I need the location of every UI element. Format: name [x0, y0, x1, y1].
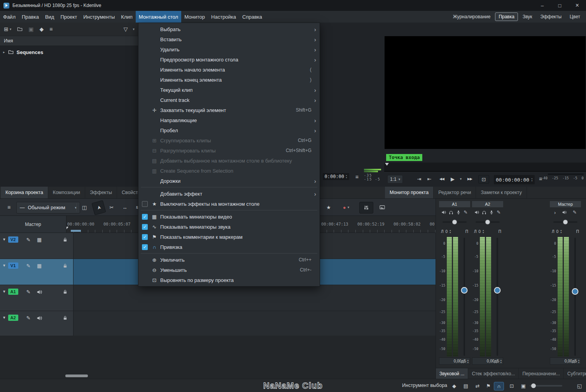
spinner-icon[interactable]	[578, 359, 579, 364]
tab[interactable]: Субтитры	[564, 368, 586, 379]
tab[interactable]: Редактор речи	[434, 187, 476, 198]
snap-icon[interactable]	[494, 382, 504, 390]
play-icon[interactable]	[449, 175, 457, 183]
collapse-mixer-icon[interactable]	[554, 210, 556, 215]
pan-knob[interactable]	[452, 220, 457, 225]
volume-fader[interactable]	[459, 237, 469, 357]
menu-item[interactable]: Направляющие	[138, 115, 320, 125]
volume-fader[interactable]	[492, 237, 502, 357]
monitor-seek-ruler[interactable]	[384, 163, 586, 172]
goto-in-point-icon[interactable]	[415, 175, 423, 183]
layout-button[interactable]: Цвет	[566, 12, 584, 21]
menu-item[interactable]: Добавить выбранное на монтажном столе в …	[138, 156, 320, 166]
spinner-icon[interactable]	[531, 177, 533, 182]
menu-item[interactable]: Изменить конец элемента )	[138, 75, 320, 85]
menu-item[interactable]: Изменить начало элемента (	[138, 65, 320, 75]
timeline-zone-bar[interactable]	[71, 230, 81, 232]
pan-slider[interactable]	[472, 217, 503, 227]
close-button[interactable]	[569, 0, 586, 11]
menubar-item[interactable]: Монтажный стол	[136, 11, 181, 23]
menubar-item[interactable]: Проект	[57, 11, 80, 23]
zoom-slider[interactable]	[530, 385, 562, 387]
pencil-icon[interactable]	[573, 210, 577, 215]
spinner-icon[interactable]	[450, 229, 451, 234]
mute-speaker-icon[interactable]	[562, 210, 567, 215]
pan-knob[interactable]	[485, 220, 490, 225]
edit-mode-select[interactable]: Обычный режим	[16, 202, 80, 214]
volume-value[interactable]: 0,00дБ	[454, 359, 466, 363]
lock-icon[interactable]	[62, 315, 68, 321]
menu-item[interactable]: Текущий клип	[138, 85, 320, 95]
pencil-icon[interactable]	[25, 262, 32, 269]
record-button[interactable]	[338, 202, 355, 213]
chevron-down-icon[interactable]	[458, 175, 464, 183]
spacer-tool-icon[interactable]	[119, 202, 131, 213]
menubar-item[interactable]: Справка	[239, 11, 265, 23]
menu-item[interactable]: Показать комментарии к маркерам	[138, 232, 320, 242]
create-folder-icon[interactable]	[17, 26, 23, 32]
track-label[interactable]: V2	[8, 236, 18, 243]
bin-item-sequences[interactable]: Sequences	[0, 47, 138, 57]
tab[interactable]: Заметки к проекту	[476, 187, 527, 198]
spinner-icon[interactable]	[483, 229, 484, 234]
mix-clips-icon[interactable]	[79, 202, 90, 213]
track-header[interactable]: V2	[0, 233, 73, 259]
favorite-effects-icon[interactable]	[323, 202, 334, 213]
video-thumbnails-icon[interactable]	[36, 236, 43, 243]
pencil-icon[interactable]	[25, 236, 32, 243]
menubar-item[interactable]: Файл	[0, 11, 19, 23]
master-effects-button[interactable]: Мастер	[0, 216, 66, 233]
track-area[interactable]	[73, 311, 436, 337]
zoom-slider-knob[interactable]	[531, 383, 536, 388]
menu-item[interactable]: Увеличить Ctrl++	[138, 255, 320, 265]
volume-value[interactable]: 0,00дБ	[565, 359, 577, 363]
tab[interactable]: Стек эффектов/ко...	[468, 368, 519, 379]
menu-item[interactable]: Добавить эффект	[138, 189, 320, 199]
rewind-icon[interactable]	[437, 175, 446, 183]
menubar-item[interactable]: Вид	[42, 11, 58, 23]
menu-item[interactable]: Удалить	[138, 44, 320, 54]
track-area[interactable]	[73, 285, 436, 311]
spinner-icon[interactable]	[467, 359, 469, 364]
menu-item[interactable]: Current track	[138, 95, 320, 105]
menu-item[interactable]: Вставить	[138, 34, 320, 44]
audio-thumbnails-icon[interactable]	[473, 382, 482, 390]
hamburger-icon[interactable]	[49, 26, 52, 32]
video-preview[interactable]	[385, 36, 586, 149]
pan-slider[interactable]	[439, 217, 470, 227]
layout-button[interactable]: Звук	[519, 12, 536, 21]
track-label[interactable]: V1	[8, 262, 18, 269]
menu-item[interactable]: Показывать миниатюры видео	[138, 212, 320, 222]
chevron-down-icon[interactable]	[3, 315, 5, 320]
menu-item[interactable]: Пробел	[138, 125, 320, 135]
track-label[interactable]: A2	[8, 315, 18, 321]
pencil-icon[interactable]	[464, 210, 467, 215]
fader-knob[interactable]	[572, 288, 579, 295]
menu-item[interactable]: Выключить эффекты на монтажном столе	[138, 199, 320, 209]
tab[interactable]: Монитор проекта	[385, 187, 434, 198]
lock-icon[interactable]	[62, 289, 68, 295]
subtitle-toggle[interactable]	[376, 202, 389, 213]
minimize-button[interactable]	[534, 0, 551, 11]
chevron-down-icon[interactable]	[3, 289, 5, 294]
fader-knob[interactable]	[461, 287, 468, 294]
tab[interactable]: Корзина проекта	[1, 187, 48, 198]
menubar-item[interactable]: Монитор	[181, 11, 208, 23]
speaker-icon[interactable]	[36, 315, 43, 321]
mute-speaker-icon[interactable]	[474, 210, 479, 215]
zoom-level-select[interactable]: 1:1	[387, 175, 403, 184]
menu-item[interactable]: Предпросмотр монтажного стола	[138, 54, 320, 65]
menu-item[interactable]: Захватить текущий элемент Shift+G	[138, 105, 320, 115]
headphones-icon[interactable]	[482, 210, 486, 215]
tab[interactable]: Эффекты	[85, 187, 117, 198]
volume-value[interactable]: 0,00дБ	[487, 359, 499, 363]
microphone-icon[interactable]	[456, 210, 461, 215]
fit-zoom-icon[interactable]	[507, 382, 516, 390]
spinner-icon[interactable]	[500, 359, 502, 364]
fullscreen-icon[interactable]	[575, 382, 584, 390]
tab[interactable]: Звуковой ...	[436, 368, 468, 379]
tag-icon[interactable]	[40, 26, 44, 32]
chevron-down-icon[interactable]	[133, 28, 135, 31]
tab[interactable]: Композиции	[48, 187, 85, 198]
timeline-empty-area[interactable]	[0, 336, 436, 379]
